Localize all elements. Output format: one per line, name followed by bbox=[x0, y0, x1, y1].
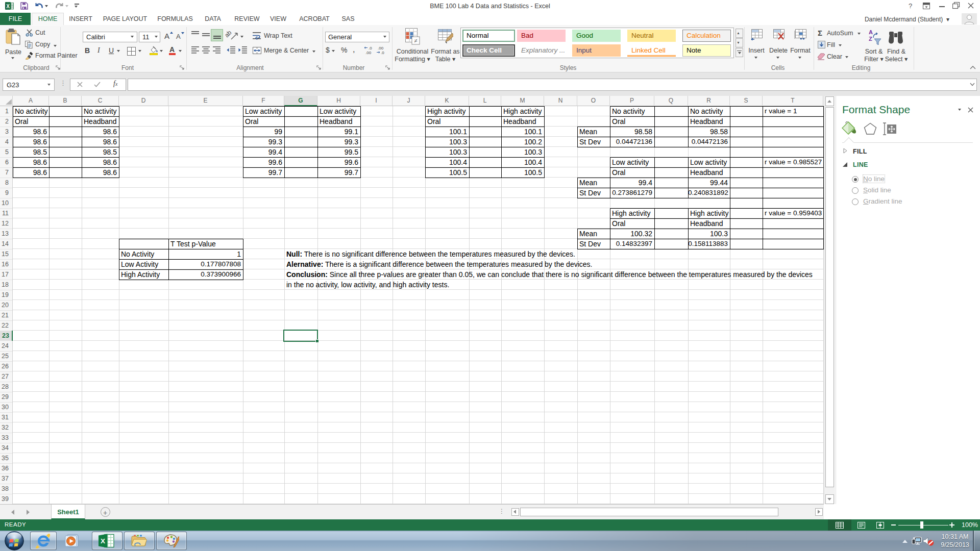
svg-text:X: X bbox=[101, 537, 105, 545]
svg-text:.0: .0 bbox=[381, 51, 384, 55]
svg-text:Z: Z bbox=[869, 36, 872, 42]
svg-text:≠: ≠ bbox=[414, 37, 418, 44]
svg-text:.00: .00 bbox=[365, 51, 372, 55]
svg-text:A: A bbox=[869, 29, 873, 35]
